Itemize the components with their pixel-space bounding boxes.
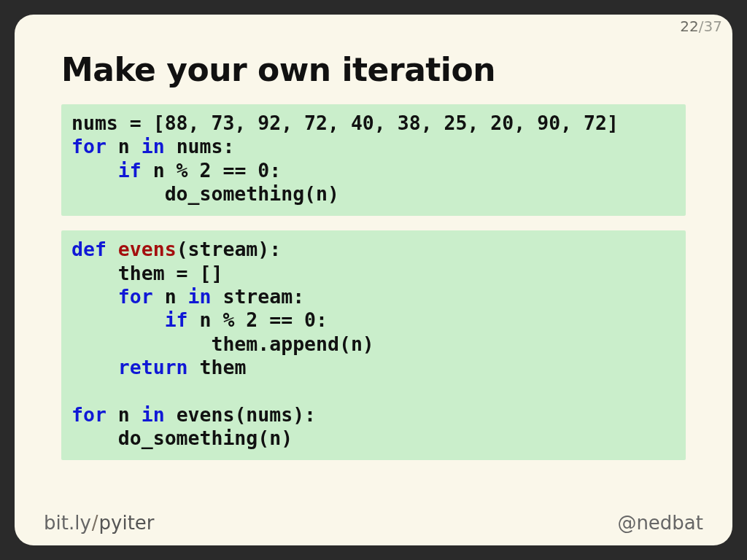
slide-current: 22: [680, 18, 698, 35]
footer-path: pyiter: [99, 512, 155, 534]
stage: 22/37 Make your own iteration nums = [88…: [0, 0, 747, 560]
footer-host: bit.ly: [44, 512, 91, 534]
slide-footer: bit.ly/pyiter @nedbat: [44, 512, 703, 534]
slide-card: 22/37 Make your own iteration nums = [88…: [15, 15, 732, 545]
footer-slash: /: [91, 512, 99, 534]
code-block-2: def evens(stream): them = [] for n in st…: [61, 230, 686, 460]
footer-link[interactable]: bit.ly/pyiter: [44, 512, 155, 534]
code-block-1: nums = [88, 73, 92, 72, 40, 38, 25, 20, …: [61, 104, 686, 216]
counter-sep: /: [699, 18, 704, 35]
slide-counter: 22/37: [680, 18, 722, 35]
footer-handle[interactable]: @nedbat: [617, 512, 703, 534]
slide-body: Make your own iteration nums = [88, 73, …: [61, 51, 686, 502]
slide-title: Make your own iteration: [61, 51, 686, 88]
slide-total: 37: [704, 18, 722, 35]
